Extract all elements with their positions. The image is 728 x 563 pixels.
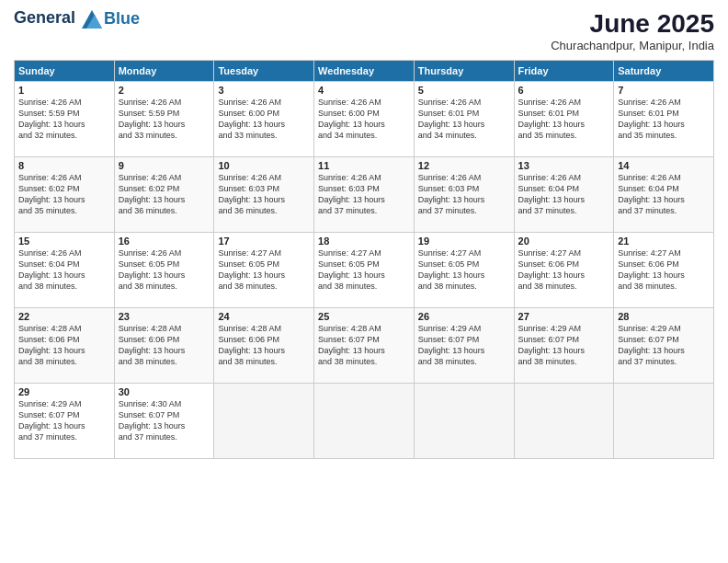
day-number: 20 [518,236,610,247]
day-cell: 23Sunrise: 4:28 AM Sunset: 6:06 PM Dayli… [114,308,214,384]
day-info: Sunrise: 4:28 AM Sunset: 6:07 PM Dayligh… [318,323,410,368]
day-info: Sunrise: 4:26 AM Sunset: 6:01 PM Dayligh… [418,97,510,142]
day-cell: 28Sunrise: 4:29 AM Sunset: 6:07 PM Dayli… [614,308,714,384]
day-number: 16 [119,236,210,247]
day-cell: 17Sunrise: 4:27 AM Sunset: 6:05 PM Dayli… [214,233,314,308]
day-number: 17 [218,236,310,247]
col-sunday: Sunday [15,61,115,82]
day-info: Sunrise: 4:26 AM Sunset: 6:00 PM Dayligh… [318,97,410,142]
day-info: Sunrise: 4:27 AM Sunset: 6:06 PM Dayligh… [518,247,610,293]
day-number: 23 [119,311,210,322]
day-cell: 9Sunrise: 4:26 AM Sunset: 6:02 PM Daylig… [114,157,214,233]
day-number: 6 [518,85,610,96]
day-info: Sunrise: 4:28 AM Sunset: 6:06 PM Dayligh… [218,323,310,368]
day-cell: 6Sunrise: 4:26 AM Sunset: 6:01 PM Daylig… [514,82,614,157]
logo-icon [82,10,102,29]
day-info: Sunrise: 4:26 AM Sunset: 6:02 PM Dayligh… [18,172,110,217]
day-cell: 8Sunrise: 4:26 AM Sunset: 6:02 PM Daylig… [15,157,115,233]
col-saturday: Saturday [614,61,714,82]
day-info: Sunrise: 4:27 AM Sunset: 6:05 PM Dayligh… [318,247,410,293]
day-info: Sunrise: 4:26 AM Sunset: 5:59 PM Dayligh… [119,97,210,142]
day-info: Sunrise: 4:26 AM Sunset: 6:04 PM Dayligh… [518,172,610,217]
header-row: Sunday Monday Tuesday Wednesday Thursday… [15,61,714,82]
day-number: 13 [518,160,610,171]
day-cell: 16Sunrise: 4:26 AM Sunset: 6:05 PM Dayli… [114,233,214,308]
calendar-table: Sunday Monday Tuesday Wednesday Thursday… [14,60,714,459]
logo: General Blue [14,9,140,29]
day-cell: 13Sunrise: 4:26 AM Sunset: 6:04 PM Dayli… [514,157,614,233]
day-info: Sunrise: 4:26 AM Sunset: 6:01 PM Dayligh… [618,97,710,142]
day-cell [314,384,415,459]
day-number: 18 [318,236,410,247]
day-number: 2 [119,85,210,96]
page: General Blue June 2025 Churachandpur, Ma… [0,0,728,563]
week-row-2: 8Sunrise: 4:26 AM Sunset: 6:02 PM Daylig… [15,157,714,233]
day-info: Sunrise: 4:26 AM Sunset: 6:02 PM Dayligh… [119,172,210,217]
logo-blue: Blue [104,9,140,29]
day-number: 25 [318,311,410,322]
day-info: Sunrise: 4:28 AM Sunset: 6:06 PM Dayligh… [18,323,110,368]
day-number: 5 [418,85,510,96]
col-tuesday: Tuesday [214,61,314,82]
day-cell: 26Sunrise: 4:29 AM Sunset: 6:07 PM Dayli… [414,308,514,384]
day-number: 28 [618,311,710,322]
day-number: 21 [618,236,710,247]
day-number: 7 [618,85,710,96]
day-cell: 25Sunrise: 4:28 AM Sunset: 6:07 PM Dayli… [314,308,415,384]
day-cell [514,384,614,459]
day-info: Sunrise: 4:26 AM Sunset: 5:59 PM Dayligh… [18,97,110,142]
day-number: 29 [18,386,110,397]
col-monday: Monday [114,61,214,82]
day-number: 1 [18,85,110,96]
month-title: June 2025 [551,9,714,39]
day-cell: 4Sunrise: 4:26 AM Sunset: 6:00 PM Daylig… [314,82,415,157]
day-cell: 19Sunrise: 4:27 AM Sunset: 6:05 PM Dayli… [414,233,514,308]
day-cell [414,384,514,459]
week-row-4: 22Sunrise: 4:28 AM Sunset: 6:06 PM Dayli… [15,308,714,384]
week-row-5: 29Sunrise: 4:29 AM Sunset: 6:07 PM Dayli… [15,384,714,459]
location: Churachandpur, Manipur, India [551,39,714,52]
day-number: 26 [418,311,510,322]
day-cell: 29Sunrise: 4:29 AM Sunset: 6:07 PM Dayli… [15,384,115,459]
day-info: Sunrise: 4:26 AM Sunset: 6:01 PM Dayligh… [518,97,610,142]
day-cell: 3Sunrise: 4:26 AM Sunset: 6:00 PM Daylig… [214,82,314,157]
day-cell: 30Sunrise: 4:30 AM Sunset: 6:07 PM Dayli… [114,384,214,459]
day-number: 24 [218,311,310,322]
day-info: Sunrise: 4:26 AM Sunset: 6:00 PM Dayligh… [218,97,310,142]
day-number: 4 [318,85,410,96]
day-cell: 22Sunrise: 4:28 AM Sunset: 6:06 PM Dayli… [15,308,115,384]
day-cell: 14Sunrise: 4:26 AM Sunset: 6:04 PM Dayli… [614,157,714,233]
day-cell [214,384,314,459]
week-row-3: 15Sunrise: 4:26 AM Sunset: 6:04 PM Dayli… [15,233,714,308]
logo-general: General [14,8,75,27]
day-info: Sunrise: 4:27 AM Sunset: 6:05 PM Dayligh… [218,247,310,293]
day-cell: 27Sunrise: 4:29 AM Sunset: 6:07 PM Dayli… [514,308,614,384]
day-cell: 15Sunrise: 4:26 AM Sunset: 6:04 PM Dayli… [15,233,115,308]
day-cell: 2Sunrise: 4:26 AM Sunset: 5:59 PM Daylig… [114,82,214,157]
day-number: 19 [418,236,510,247]
col-friday: Friday [514,61,614,82]
day-number: 30 [119,386,210,397]
week-row-1: 1Sunrise: 4:26 AM Sunset: 5:59 PM Daylig… [15,82,714,157]
col-thursday: Thursday [414,61,514,82]
day-info: Sunrise: 4:30 AM Sunset: 6:07 PM Dayligh… [119,398,210,443]
day-cell: 1Sunrise: 4:26 AM Sunset: 5:59 PM Daylig… [15,82,115,157]
day-info: Sunrise: 4:27 AM Sunset: 6:05 PM Dayligh… [418,247,510,293]
day-info: Sunrise: 4:29 AM Sunset: 6:07 PM Dayligh… [518,323,610,368]
day-info: Sunrise: 4:26 AM Sunset: 6:04 PM Dayligh… [618,172,710,217]
day-number: 10 [218,160,310,171]
day-info: Sunrise: 4:26 AM Sunset: 6:03 PM Dayligh… [418,172,510,217]
day-info: Sunrise: 4:26 AM Sunset: 6:03 PM Dayligh… [218,172,310,217]
day-number: 8 [18,160,110,171]
day-number: 11 [318,160,410,171]
day-info: Sunrise: 4:28 AM Sunset: 6:06 PM Dayligh… [119,323,210,368]
day-cell: 12Sunrise: 4:26 AM Sunset: 6:03 PM Dayli… [414,157,514,233]
day-cell: 18Sunrise: 4:27 AM Sunset: 6:05 PM Dayli… [314,233,415,308]
day-cell: 24Sunrise: 4:28 AM Sunset: 6:06 PM Dayli… [214,308,314,384]
day-info: Sunrise: 4:26 AM Sunset: 6:05 PM Dayligh… [119,247,210,293]
day-number: 15 [18,236,110,247]
header: General Blue June 2025 Churachandpur, Ma… [14,9,714,52]
day-info: Sunrise: 4:29 AM Sunset: 6:07 PM Dayligh… [18,398,110,443]
day-number: 12 [418,160,510,171]
day-cell: 10Sunrise: 4:26 AM Sunset: 6:03 PM Dayli… [214,157,314,233]
